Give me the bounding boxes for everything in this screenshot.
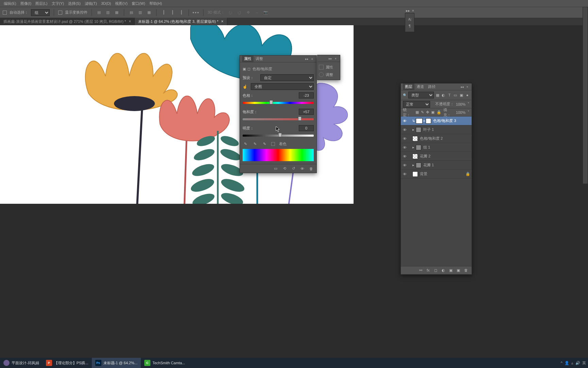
preset-select[interactable]: 自定 <box>260 74 314 81</box>
visibility-icon[interactable]: 👁 <box>401 137 408 141</box>
layer-name[interactable]: 色相/饱和度 2 <box>419 136 470 141</box>
more-options-icon[interactable]: ••• <box>193 10 199 16</box>
fx-icon[interactable]: fx <box>427 268 431 273</box>
layer-name[interactable]: 花瓣 2 <box>419 154 470 159</box>
taskbar-camtasia[interactable]: C TechSmith Camta... <box>141 358 189 368</box>
menu-edit[interactable]: 编辑(E) <box>2 1 18 6</box>
align-bottom-icon[interactable]: ▦ <box>146 10 152 16</box>
visibility-icon[interactable]: 👁 <box>401 145 408 150</box>
lock-icon[interactable]: 🔒 <box>466 172 470 176</box>
clip-icon[interactable]: ▭ <box>273 166 278 171</box>
reset-icon[interactable]: ↺ <box>291 166 296 171</box>
finger-icon[interactable]: ☝ <box>243 85 247 89</box>
hue-range-strip-top[interactable] <box>243 149 314 155</box>
menu-type[interactable]: 文字(Y) <box>50 1 66 6</box>
layer-name[interactable]: 花瓣 1 <box>422 163 470 168</box>
trash-icon[interactable]: 🗑 <box>464 268 469 273</box>
collapse-icon[interactable]: ▸▸ <box>406 9 410 13</box>
tray-ime[interactable]: 英 <box>582 361 586 366</box>
tray-chevron-icon[interactable]: ^ <box>561 361 562 365</box>
layer-thumb[interactable] <box>412 154 418 159</box>
collapse-icon[interactable]: ◂◂ <box>459 85 465 89</box>
layer-name[interactable]: 背景 <box>419 171 466 177</box>
menu-select[interactable]: 选择(S) <box>66 1 83 6</box>
menu-layer[interactable]: 图层(L) <box>33 1 49 6</box>
distribute-v-icon[interactable]: ┃ <box>169 10 176 16</box>
tray-volume-icon[interactable]: 🔊 <box>575 361 580 365</box>
chevron-down-icon[interactable]: ˅ <box>468 102 470 106</box>
close-icon[interactable]: × <box>333 57 338 60</box>
expand-icon[interactable]: ▸ <box>412 163 415 167</box>
close-icon[interactable]: × <box>412 9 414 13</box>
expand-icon[interactable]: ▸ <box>412 127 415 132</box>
taskbar-photoshop[interactable]: Ps 未标题-1 @ 64.2%... <box>92 358 141 368</box>
tab-layers[interactable]: 图层 <box>403 83 414 90</box>
lock-trans-icon[interactable]: ▦ <box>415 110 419 114</box>
mask-icon[interactable]: ◻ <box>434 268 439 273</box>
doc-tab-0[interactable]: 插画扁-浪漫花卉插画背景素材设计.psd @ 271% (图层 10 拷贝, R… <box>0 18 135 25</box>
group-icon[interactable]: ▣ <box>449 268 454 273</box>
align-top-icon[interactable]: ▤ <box>128 10 134 16</box>
menu-icon[interactable]: ≡ <box>310 57 314 61</box>
visibility-icon[interactable]: 👁 <box>401 172 408 176</box>
layer-name[interactable]: 组 1 <box>422 145 470 150</box>
properties-panel[interactable]: 属性 调整 ▸▸ ≡ ▣ ◻ 色相/饱和度 预设： 自定 ☝ 全图 色相： 饱和… <box>240 55 317 173</box>
filter-toggle-icon[interactable]: ● <box>465 93 470 97</box>
tab-paths[interactable]: 路径 <box>426 83 438 90</box>
close-icon[interactable]: × <box>221 19 224 24</box>
expand-icon[interactable]: ▸ <box>412 145 415 150</box>
filter-kind-select[interactable]: 类型 <box>408 92 434 98</box>
distribute-h-icon[interactable]: ┃ <box>161 10 167 16</box>
visibility-icon[interactable]: 👁 <box>401 163 408 167</box>
show-transform-checkbox[interactable] <box>58 11 62 15</box>
visibility-icon[interactable]: 👁 <box>299 166 305 171</box>
new-layer-icon[interactable]: ▣ <box>457 268 461 273</box>
align-center-v-icon[interactable]: ▥ <box>137 10 143 16</box>
filter-pixel-icon[interactable]: ▦ <box>435 93 440 97</box>
visibility-icon[interactable]: 👁 <box>401 128 408 132</box>
fill-value[interactable]: 100% <box>456 110 466 114</box>
filter-smart-icon[interactable]: ▣ <box>459 93 463 97</box>
range-select[interactable]: 全图 <box>251 83 314 90</box>
tab-properties[interactable]: 属性 <box>242 56 254 62</box>
menu-window[interactable]: 窗口(W) <box>130 1 147 6</box>
layer-petal-1[interactable]: 👁 ▸ 花瓣 1 <box>401 161 472 170</box>
layer-name[interactable]: 色相/饱和度 3 <box>432 118 470 123</box>
menu-view[interactable]: 视图(V) <box>113 1 130 6</box>
tab-channels[interactable]: 通道 <box>414 83 426 90</box>
tray-network-icon[interactable]: ▵ <box>571 361 573 365</box>
collapse-icon[interactable]: ▸▸ <box>304 57 310 61</box>
eyedropper-icon[interactable]: ✎ <box>243 141 248 147</box>
lock-artboard-icon[interactable]: ▣ <box>431 110 435 114</box>
character-strip[interactable]: ▸▸× A| ¶ <box>405 13 414 32</box>
layer-leaf-1[interactable]: 👁 ▸ 叶子 1 <box>401 125 472 134</box>
collapse-icon[interactable]: ▸▸ <box>327 57 333 60</box>
blend-mode-select[interactable]: 正常 <box>403 101 430 108</box>
distribute-3-icon[interactable]: ┃ <box>178 10 184 16</box>
tab-adjust[interactable]: 调整 <box>254 56 265 62</box>
hue-value[interactable] <box>299 92 314 98</box>
right-side-strip[interactable] <box>583 7 588 184</box>
mini-adjust-row[interactable]: 调整 <box>319 71 339 78</box>
close-icon[interactable]: × <box>129 19 131 24</box>
link-icon[interactable]: ⚯ <box>419 268 424 273</box>
menu-3d[interactable]: 3D(D) <box>99 1 113 5</box>
lightness-slider[interactable] <box>243 133 314 138</box>
visibility-icon[interactable]: 👁 <box>401 154 408 158</box>
mini-panel-header[interactable]: ▸▸ × <box>317 55 340 62</box>
opacity-value[interactable]: 100% <box>456 102 466 106</box>
layer-thumb[interactable]: ▣ <box>416 118 423 124</box>
lock-pixel-icon[interactable]: ✎ <box>421 110 424 114</box>
layer-thumb[interactable] <box>412 136 418 141</box>
saturation-value[interactable] <box>299 109 314 115</box>
saturation-slider[interactable] <box>243 117 314 122</box>
layer-background[interactable]: 👁 背景 🔒 <box>401 170 472 179</box>
layer-name[interactable]: 叶子 1 <box>422 127 470 132</box>
layer-thumb[interactable] <box>412 171 418 177</box>
auto-select-checkbox[interactable] <box>3 11 7 15</box>
auto-select-type[interactable]: 组 <box>31 9 50 16</box>
tray-people-icon[interactable]: 👤 <box>565 361 569 365</box>
properties-panel-header[interactable]: 属性 调整 ▸▸ ≡ <box>240 56 316 62</box>
align-right-icon[interactable]: ▦ <box>114 10 120 16</box>
taskbar-powerpoint[interactable]: P 【理论部分】PS插... <box>43 358 92 368</box>
